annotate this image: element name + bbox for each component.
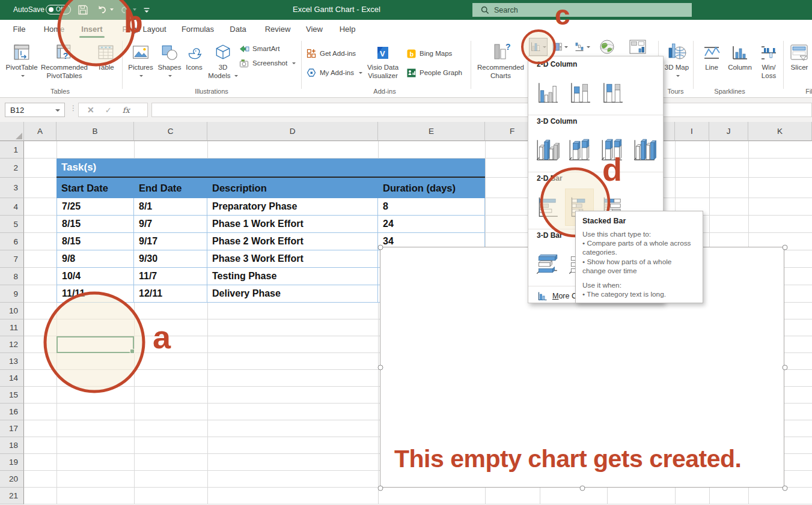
resize-handle[interactable]: [783, 365, 788, 370]
name-box-chevron-icon[interactable]: [55, 109, 60, 112]
column-100-icon[interactable]: [598, 75, 626, 111]
resize-handle[interactable]: [580, 486, 585, 491]
name-box[interactable]: B12: [5, 103, 65, 117]
table-cell[interactable]: 9/17: [134, 233, 207, 250]
row-header-13[interactable]: 13: [0, 353, 24, 370]
table-header-cell[interactable]: End Date: [134, 178, 207, 198]
bing-maps-button[interactable]: b Bing Maps: [406, 47, 452, 60]
row-header-6[interactable]: 6: [0, 233, 24, 250]
column-header-A[interactable]: A: [24, 122, 56, 141]
row-header-7[interactable]: 7: [0, 250, 24, 268]
table-title-cell[interactable]: Task(s): [56, 159, 485, 178]
table-header-cell[interactable]: Start Date: [56, 178, 134, 198]
fill-handle[interactable]: [130, 349, 135, 354]
shapes-button[interactable]: Shapes: [156, 40, 183, 94]
insert-column-bar-chart-button[interactable]: [529, 38, 548, 56]
pivottable-button[interactable]: PivotTable: [5, 40, 38, 94]
sparkline-winloss-button[interactable]: Win/ Loss: [755, 40, 783, 94]
row-header-1[interactable]: 1: [0, 141, 24, 159]
tab-insert[interactable]: Insert: [76, 20, 108, 38]
tab-help[interactable]: Help: [334, 20, 361, 38]
row-header-19[interactable]: 19: [0, 454, 24, 471]
table-cell[interactable]: 9/7: [134, 216, 207, 233]
screenshot-button[interactable]: Screenshot: [239, 56, 296, 70]
tab-page-layout[interactable]: Page Layout: [118, 20, 171, 38]
column-3d-clustered-icon[interactable]: [533, 132, 561, 168]
enter-icon[interactable]: ✓: [105, 106, 112, 115]
smartart-button[interactable]: SmartArt: [239, 42, 279, 55]
row-header-16[interactable]: 16: [0, 404, 24, 420]
3d-models-button[interactable]: 3D Models: [207, 40, 239, 94]
save-icon[interactable]: [77, 4, 89, 16]
tab-data[interactable]: Data: [224, 20, 252, 38]
resize-handle[interactable]: [378, 245, 383, 250]
column-3d-100-icon[interactable]: [598, 132, 626, 168]
my-addins-button[interactable]: My Add-ins: [307, 66, 362, 79]
table-cell[interactable]: 8/15: [56, 233, 134, 250]
recommended-charts-button[interactable]: ? Recommended Charts: [474, 40, 528, 94]
table-header-cell[interactable]: Duration (days): [378, 178, 485, 198]
table-cell[interactable]: Testing Phase: [207, 268, 378, 285]
undo-menu-chevron-icon[interactable]: [110, 8, 114, 11]
table-cell[interactable]: Phase 2 Work Effort: [207, 233, 378, 250]
resize-handle[interactable]: [783, 486, 788, 491]
insert-hierarchy-chart-button[interactable]: [551, 38, 569, 56]
table-cell[interactable]: Phase 3 Work Effort: [207, 250, 378, 268]
row-header-15[interactable]: 15: [0, 387, 24, 404]
insert-function-icon[interactable]: fx: [123, 106, 130, 115]
table-cell[interactable]: 8/1: [134, 198, 207, 216]
pictures-button[interactable]: Pictures: [125, 40, 156, 94]
table-cell[interactable]: 11/11: [56, 285, 134, 303]
column-3d-stacked-icon[interactable]: [566, 132, 593, 168]
insert-map-chart-button[interactable]: [595, 37, 619, 57]
formula-bar-grip[interactable]: ⋮: [70, 104, 77, 112]
slicer-button[interactable]: Slicer: [786, 40, 812, 94]
sparkline-line-button[interactable]: Line: [698, 40, 725, 94]
column-header-K[interactable]: K: [748, 122, 812, 141]
column-header-C[interactable]: C: [134, 122, 207, 141]
table-button[interactable]: Table: [91, 40, 120, 94]
table-cell[interactable]: 7/25: [56, 198, 134, 216]
column-header-J[interactable]: J: [709, 122, 748, 141]
tab-file[interactable]: File: [7, 20, 31, 38]
resize-handle[interactable]: [378, 365, 383, 370]
row-header-20[interactable]: 20: [0, 471, 24, 488]
tab-review[interactable]: Review: [261, 20, 295, 38]
3d-map-button[interactable]: 3D Map: [661, 40, 692, 94]
icons-button[interactable]: Icons: [182, 40, 207, 94]
bar-clustered-icon[interactable]: [533, 189, 561, 225]
row-header-9[interactable]: 9: [0, 285, 24, 303]
sparkline-column-button[interactable]: Column: [725, 40, 755, 94]
row-header-3[interactable]: 3: [0, 178, 24, 198]
bar-3d-clustered-icon[interactable]: [533, 246, 561, 282]
table-cell[interactable]: 9/8: [56, 250, 134, 268]
table-cell[interactable]: 10/4: [56, 268, 134, 285]
row-header-18[interactable]: 18: [0, 437, 24, 454]
row-header-10[interactable]: 10: [0, 303, 24, 319]
recommended-pivottables-button[interactable]: ? Recommended PivotTables: [38, 40, 90, 94]
column-header-I[interactable]: I: [675, 122, 709, 141]
table-cell[interactable]: 24: [378, 216, 485, 233]
people-graph-button[interactable]: People Graph: [406, 66, 462, 79]
column-3d-icon[interactable]: [630, 132, 658, 168]
table-cell[interactable]: Preparatory Phase: [207, 198, 378, 216]
customize-toolbar-icon[interactable]: [142, 4, 151, 16]
cancel-icon[interactable]: ✕: [87, 105, 94, 115]
search-box[interactable]: Search: [472, 3, 692, 17]
insert-waterfall-chart-button[interactable]: [572, 38, 592, 56]
tab-formulas[interactable]: Formulas: [178, 20, 218, 38]
select-all-corner[interactable]: [0, 122, 24, 141]
row-header-2[interactable]: 2: [0, 159, 24, 178]
table-cell[interactable]: Delivery Phase: [207, 285, 378, 303]
redo-icon[interactable]: [119, 4, 131, 16]
table-cell[interactable]: Phase 1 Work Effort: [207, 216, 378, 233]
resize-handle[interactable]: [378, 486, 383, 491]
resize-handle[interactable]: [783, 245, 788, 250]
row-header-11[interactable]: 11: [0, 319, 24, 336]
table-cell[interactable]: 8: [378, 198, 485, 216]
row-header-17[interactable]: 17: [0, 420, 24, 437]
column-stacked-icon[interactable]: [566, 75, 593, 111]
row-header-12[interactable]: 12: [0, 336, 24, 353]
autosave-toggle[interactable]: Off: [46, 5, 71, 14]
table-cell[interactable]: 8/15: [56, 216, 134, 233]
